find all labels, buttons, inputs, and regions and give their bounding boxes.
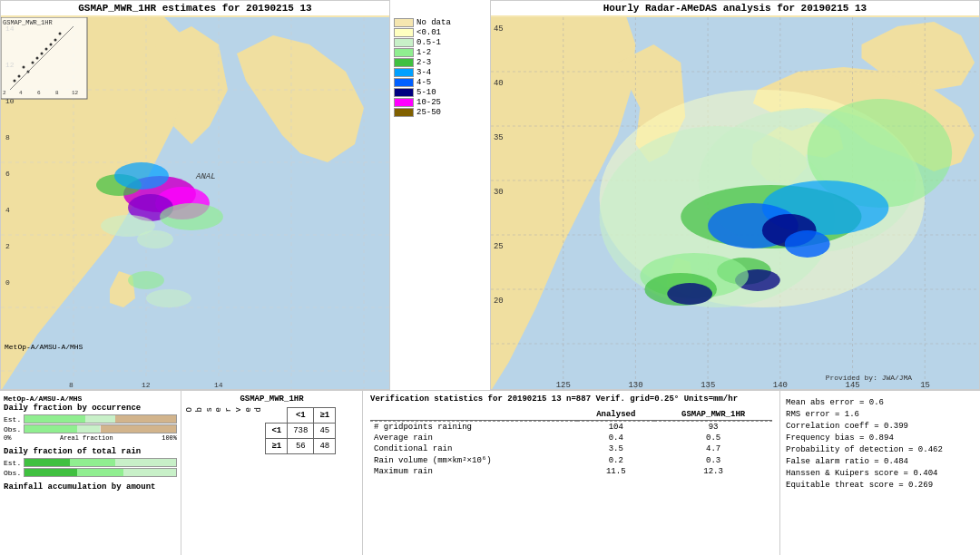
svg-text:ANAL: ANAL [195,172,216,181]
svg-text:8: 8 [55,90,59,96]
stats-gsmap-0: 93 [654,422,772,433]
axis-100-val: 100% [162,434,177,442]
contingency-cell-738: 738 [288,424,314,439]
est-label-2: Est. [4,459,24,467]
legend-label-5to10: 5-10 [416,88,436,97]
est-bar-tan-1 [115,415,176,423]
svg-text:8: 8 [69,381,74,389]
contingency-table-wrapper: <1 ≥1 <1 738 45 ≥1 56 48 [265,407,336,454]
svg-text:45: 45 [494,24,504,34]
svg-text:4: 4 [5,206,10,214]
chart-est-row2: Est. [4,458,177,467]
obs-label-1: Obs. [4,425,24,433]
obs-label-2: Obs. [4,469,24,477]
est-label-1: Est. [4,415,24,424]
svg-text:4: 4 [19,90,23,96]
legend-label-lt001: <0.01 [416,28,441,37]
legend-color-3to4 [394,68,414,77]
stat-mean-abs-error: Mean abs error = 0.6 [786,398,975,407]
contingency-col-ge1: ≥1 [314,408,336,424]
obs-bar-light-obs-2 [123,469,176,476]
contingency-row-lt1: <1 738 45 [266,424,336,439]
svg-text:25: 25 [494,242,504,251]
legend-label-1to2: 1-2 [416,48,431,57]
stats-table: Analysed GSMAP_MWR_1HR # gridpoints rain… [370,409,772,477]
svg-point-89 [667,283,712,305]
stats-analysed-0: 104 [577,422,654,433]
svg-point-49 [59,33,62,35]
est-bar-light-2 [115,459,176,466]
svg-rect-37 [1,17,87,99]
stats-gsmap-1: 0.5 [654,433,772,443]
obs-bar-fill-2 [24,469,77,476]
svg-text:15: 15 [920,381,930,390]
svg-text:2: 2 [3,90,6,96]
svg-text:6: 6 [5,170,10,178]
contingency-wrapper: Observed <1 ≥1 <1 738 45 [185,407,358,454]
axis-labels-1: 0% Areal fraction 100% [4,434,177,442]
svg-point-46 [45,48,48,51]
legend-item-05to1: 0.5-1 [394,38,486,47]
contingency-header-row: <1 ≥1 [266,408,336,424]
chart-title-3: Rainfall accumulation by amount [4,482,177,492]
left-map-title: GSMAP_MWR_1HR estimates for 20190215 13 [1,1,389,15]
svg-point-24 [146,289,191,307]
stat-probability-detection: Probability of detection = 0.462 [786,445,975,454]
legend-color-nodata [394,18,414,27]
stats-row-0: # gridpoints raining 104 93 [370,422,772,433]
stats-panel: Verification statistics for 20190215 13 … [363,391,780,555]
stats-gsmap-3: 0.3 [654,454,772,466]
sat-label-bottom1: MetOp-A/AMSU-A/MHS [4,394,177,403]
est-bar-fill-1 [24,415,85,423]
svg-text:12: 12 [142,381,151,389]
svg-point-43 [32,62,34,64]
obs-bar-tan-1 [101,425,177,433]
stats-row-4: Maximum rain 11.5 12.3 [370,466,772,477]
svg-text:6: 6 [37,90,41,96]
svg-text:145: 145 [846,381,860,390]
chart-total-rain: Est. Obs. [4,458,177,477]
svg-point-48 [54,39,57,42]
legend-color-4to5 [394,78,414,87]
svg-point-45 [41,53,44,55]
svg-text:125: 125 [556,381,571,390]
obs-bar-med-2 [77,469,122,476]
svg-point-39 [14,80,16,83]
legend-item-2to3: 2-3 [394,58,486,67]
legend-item-lt001: <0.01 [394,28,486,37]
stats-analysed-2: 3.5 [577,443,654,454]
stats-col-label [370,409,577,421]
contingency-cell-48: 48 [314,439,336,454]
obs-bar-bg-1 [24,424,177,433]
maps-row: GSMAP_MWR_1HR estimates for 20190215 13 [0,0,980,390]
legend-label-05to1: 0.5-1 [416,38,441,47]
svg-text:40: 40 [494,79,504,88]
stat-equitable-threat: Equitable threat score = 0.269 [786,481,975,490]
svg-point-22 [137,230,173,248]
est-bar-med-2 [70,459,115,466]
stat-hanssen-kuipers: Hanssen & Kuipers score = 0.404 [786,469,975,478]
axis-100-label: Areal fraction [60,434,113,442]
stats-analysed-3: 0.2 [577,454,654,466]
legend-label-4to5: 4-5 [416,78,431,87]
stats-analysed-1: 0.4 [577,433,654,443]
contingency-row-label-lt1: <1 [266,424,288,439]
stats-col-gsmap: GSMAP_MWR_1HR [654,409,772,421]
est-bar-bg-1 [24,414,177,424]
stats-analysed-4: 11.5 [577,466,654,477]
legend-item-10to25: 10-25 [394,98,486,107]
verification-title: Verification statistics for 20190215 13 … [370,394,772,404]
legend-item-nodata: No data [394,18,486,27]
contingency-col-lt1: <1 [288,408,314,424]
legend-panel: No data <0.01 0.5-1 1-2 2-3 3-4 [390,0,490,390]
svg-text:12: 12 [72,90,79,96]
chart-title-1: Daily fraction by occurrence [4,404,177,413]
charts-panel: MetOp-A/AMSU-A/MHS Daily fraction by occ… [0,391,181,555]
svg-point-23 [128,271,164,289]
stat-correlation-coeff: Correlation coeff = 0.399 [786,422,975,431]
stats-row-2: Conditional rain 3.5 4.7 [370,443,772,454]
est-bar-bg-2 [24,458,177,467]
stat-false-alarm-ratio: False alarm ratio = 0.484 [786,457,975,466]
legend-label-25to50: 25-50 [416,108,441,117]
chart-occurrence: Est. Obs. 0% [4,414,177,442]
